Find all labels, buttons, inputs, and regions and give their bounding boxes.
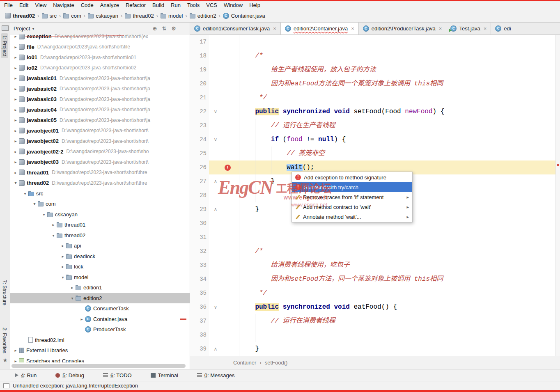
tree-expand-arrow-icon[interactable]: ▸ (60, 264, 66, 269)
tab-test-java[interactable]: CTest.java× (446, 23, 491, 34)
fold-start-icon[interactable]: ∨ (209, 137, 222, 142)
tool-window-project-button[interactable]: 1: Project (1, 33, 8, 58)
locate-icon[interactable]: ⊕ (153, 25, 157, 32)
code-line-35[interactable]: 35 */ (190, 286, 560, 300)
editor-breadcrumb-setfood[interactable]: setFood() (265, 360, 288, 366)
tree-item-com[interactable]: ▾com (10, 199, 190, 209)
menu-item-file[interactable]: File (1, 2, 16, 8)
intention-surround-with-try-catch[interactable]: !Surround with try/catch (292, 182, 412, 192)
code-line-31[interactable]: 31 (190, 230, 560, 244)
tree-expand-arrow-icon[interactable]: ▸ (12, 348, 19, 353)
fold-start-icon[interactable]: ∨ (209, 304, 222, 310)
tool-window-favorites-button[interactable]: 2: Favorites (1, 326, 8, 355)
error-stripe-mark[interactable] (557, 164, 559, 166)
tree-item-javabasic02[interactable]: ▸javabasic02D:\wangdao\repo\2023-java-sh… (10, 84, 190, 94)
intention-add-method-contract-to-wait[interactable]: Add method contract to 'wait'▸ (292, 202, 412, 212)
code-line-21[interactable]: 21 */ (190, 91, 560, 105)
breadcrumb-item-edition2[interactable]: edition2 (188, 12, 218, 20)
tree-item-scratches-and-consoles[interactable]: ▸Scratches and Consoles (10, 356, 190, 363)
breadcrumb-item-container-java[interactable]: CContainer.java (221, 12, 267, 20)
tree-expand-arrow-icon[interactable]: ▸ (60, 243, 66, 248)
tree-item-javaobject01[interactable]: ▸javaobject01D:\wangdao\repo\2023-java-s… (10, 126, 190, 136)
intention-remove-braces-from-if-statement[interactable]: Remove braces from 'if' statement▸ (292, 192, 412, 202)
tree-item-thread01[interactable]: ▸thread01 (10, 220, 190, 230)
fold-end-icon[interactable]: ∧ (209, 206, 222, 212)
breadcrumb-item-com[interactable]: com (62, 12, 83, 20)
tree-item-thread02[interactable]: ▾thread02D:\wangdao\repo\2023-java-short… (10, 178, 190, 188)
error-stripe-scrollbar[interactable] (555, 35, 560, 356)
breadcrumb-item-cskaoyan[interactable]: cskaoyan (86, 12, 120, 20)
tree-item-file[interactable]: ▸fileD:\wangdao\repo\2023\java-short\sho… (10, 42, 190, 53)
code-line-17[interactable]: 17 (190, 35, 560, 49)
tree-collapse-arrow-icon[interactable]: ▾ (12, 181, 19, 185)
code-line-39[interactable]: 39∧ } (190, 342, 560, 356)
tree-expand-arrow-icon[interactable]: ▸ (12, 139, 19, 143)
hide-panel-icon[interactable]: — (181, 25, 186, 32)
tree-expand-arrow-icon[interactable]: ▸ (12, 118, 19, 122)
close-icon[interactable]: × (273, 25, 276, 32)
code-line-22[interactable]: 22∨ public synchronized void setFood(Foo… (190, 105, 560, 119)
tree-item-cskaoyan[interactable]: ▾cskaoyan (10, 209, 190, 220)
tree-expand-arrow-icon[interactable]: ▸ (12, 128, 19, 133)
code-line-34[interactable]: 34 因为和setFood方法，同一个蒸笼对象上被调用 this相同 (190, 272, 560, 286)
menu-item-help[interactable]: Help (246, 2, 264, 8)
menu-item-navigate[interactable]: Navigate (50, 2, 77, 8)
menu-item-analyze[interactable]: Analyze (97, 2, 122, 8)
code-line-37[interactable]: 37 // 运行在消费者线程 (190, 314, 560, 328)
code-line-23[interactable]: 23 // 运行在生产者线程 (190, 119, 560, 133)
code-line-24[interactable]: 24∨ if (food != null) { (190, 133, 560, 147)
tool-window-structure-button[interactable]: 7: Structure (1, 278, 8, 307)
code-line-25[interactable]: 25 // 蒸笼非空 (190, 147, 560, 160)
menu-item-vcs[interactable]: VCS (203, 2, 220, 8)
fold-end-icon[interactable]: ∧ (209, 346, 222, 352)
tree-expand-arrow-icon[interactable]: ▸ (12, 34, 19, 39)
close-icon[interactable]: × (351, 25, 354, 32)
tree-expand-arrow-icon[interactable]: ▸ (12, 149, 19, 154)
tree-item-lock[interactable]: ▸lock (10, 261, 190, 272)
intention-annotate-method-wait[interactable]: Annotate method 'wait'...▸ (292, 212, 412, 222)
toolwindow-button-todo[interactable]: 6: TODO (103, 372, 132, 378)
tree-expand-arrow-icon[interactable]: ▸ (12, 66, 19, 70)
tree-item-edition1[interactable]: ▸edition1 (10, 282, 190, 293)
menu-item-run[interactable]: Run (168, 2, 184, 8)
tree-item-deadlock[interactable]: ▸deadlock (10, 251, 190, 262)
monitor-icon[interactable] (2, 25, 9, 31)
tree-expand-arrow-icon[interactable]: ▸ (60, 254, 66, 259)
intention-add-exception-to-method-signature[interactable]: !Add exception to method signature (292, 172, 412, 182)
settings-gear-icon[interactable]: ⚙ (171, 25, 176, 32)
menu-item-refactor[interactable]: Refactor (122, 2, 149, 8)
tree-expand-arrow-icon[interactable]: ▸ (12, 97, 19, 101)
tab-edi[interactable]: Cedi (491, 23, 529, 34)
close-icon[interactable]: × (484, 25, 487, 32)
toolwindow-button-run[interactable]: 4: Run (15, 372, 37, 378)
code-line-20[interactable]: 20 因为和eatFood方法在同一个蒸笼对象上被调用 this相同 (190, 77, 560, 91)
tree-item-producertask[interactable]: CProducerTask (10, 324, 190, 335)
tree-item-thread01[interactable]: ▸thread01D:\wangdao\repo\2023-java-short… (10, 167, 190, 178)
tree-expand-arrow-icon[interactable]: ▸ (12, 108, 19, 112)
tree-expand-arrow-icon[interactable]: ▸ (12, 160, 19, 164)
tree-item-thread02-iml[interactable]: thread02.iml (10, 335, 190, 346)
tree-item-javabasic01[interactable]: ▸javabasic01D:\wangdao\repo\2023-java-sh… (10, 73, 190, 84)
tree-expand-arrow-icon[interactable]: ▸ (69, 285, 76, 290)
tree-item-external-libraries[interactable]: ▸External Libraries (10, 345, 190, 356)
tree-expand-arrow-icon[interactable]: ▸ (12, 87, 19, 91)
tree-item-api[interactable]: ▸api (10, 241, 190, 251)
tree-collapse-arrow-icon[interactable]: ▾ (31, 202, 38, 206)
tree-item-javabasic05[interactable]: ▸javabasic05D:\wangdao\repo\2023-java-sh… (10, 115, 190, 126)
menu-item-view[interactable]: View (32, 2, 50, 8)
tree-expand-arrow-icon[interactable]: ▸ (12, 76, 19, 80)
tree-item-javabasic04[interactable]: ▸javabasic04D:\wangdao\repo\2023-java-sh… (10, 105, 190, 115)
menu-item-tools[interactable]: Tools (184, 2, 203, 8)
tree-item-io01[interactable]: ▸io01D:\wangdao\repo\2023-java-short\sho… (10, 52, 190, 63)
tree-item-javaobject02-2[interactable]: ▸javaobject02-2D:\wangdao\repo\2023-java… (10, 147, 190, 157)
tree-expand-arrow-icon[interactable]: ▸ (12, 55, 19, 60)
editor-breadcrumb-container[interactable]: Container (233, 360, 256, 366)
tree-collapse-arrow-icon[interactable]: ▾ (50, 233, 57, 238)
tree-collapse-arrow-icon[interactable]: ▾ (41, 212, 47, 217)
menu-item-window[interactable]: Window (220, 2, 246, 8)
code-line-18[interactable]: 18 /* (190, 49, 560, 63)
project-horizontal-scrollbar[interactable] (11, 364, 186, 368)
tree-expand-arrow-icon[interactable]: ▸ (12, 45, 19, 49)
tree-expand-arrow-icon[interactable]: ▸ (78, 317, 85, 321)
close-icon[interactable]: × (439, 25, 442, 32)
